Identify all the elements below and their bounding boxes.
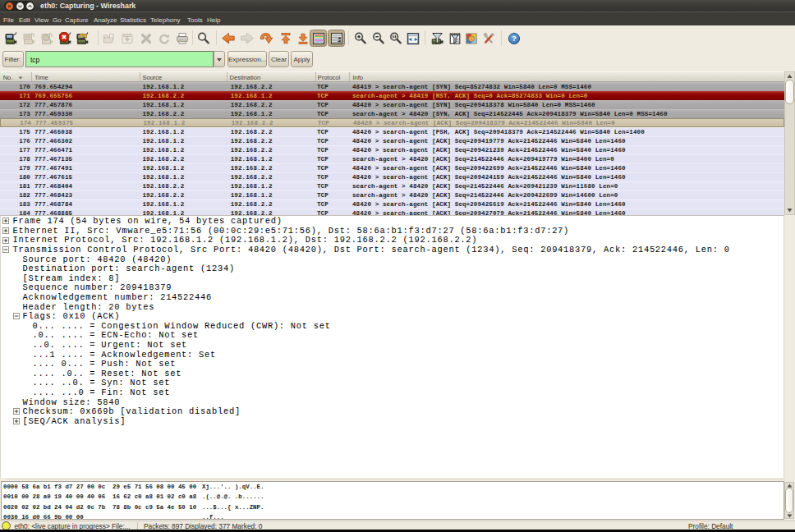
svg-text:?: ? [512,34,517,43]
